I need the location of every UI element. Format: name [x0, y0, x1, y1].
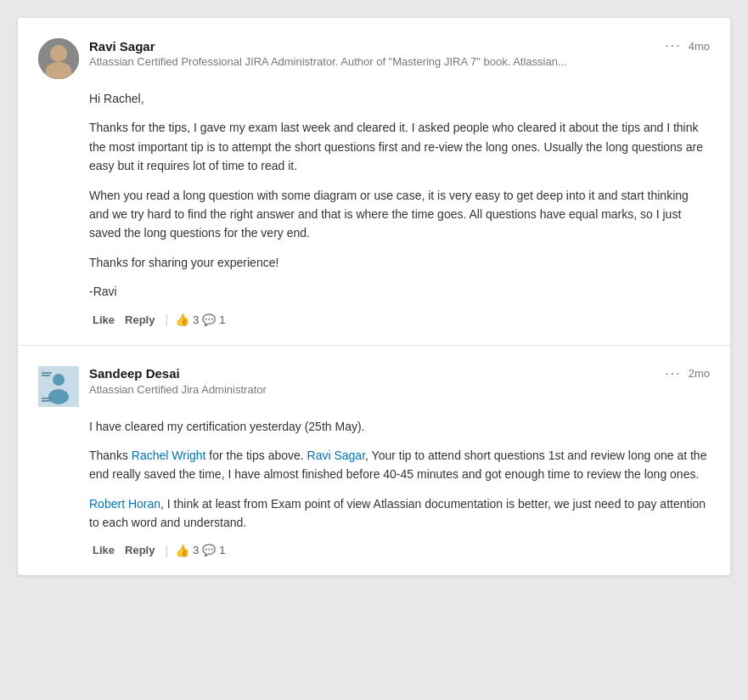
thumbs-group-ravi: 👍 3: [175, 313, 199, 326]
comment-header-sandeep: Sandeep Desai ··· 2mo Atlassian Certifie…: [38, 366, 710, 407]
more-options-ravi[interactable]: ···: [665, 38, 681, 54]
timestamp-ravi: 4mo: [689, 40, 710, 53]
link-rachel[interactable]: Rachel Wright: [132, 449, 206, 462]
comment-group-sandeep: 💬 1: [202, 544, 225, 556]
ravi-para-2: Thanks for the tips, I gave my exam last…: [89, 118, 710, 175]
comment-icon-sandeep: 💬: [202, 544, 216, 556]
avatar-sandeep: [38, 366, 79, 407]
name-row-ravi: Ravi Sagar ··· 4mo: [89, 38, 710, 54]
comment-sandeep: Sandeep Desai ··· 2mo Atlassian Certifie…: [18, 346, 730, 576]
header-info-ravi: Ravi Sagar ··· 4mo Atlassian Certified P…: [89, 38, 710, 68]
comment-text-sandeep: I have cleared my certification yesterda…: [89, 417, 710, 533]
comment-icon-ravi: 💬: [202, 313, 216, 326]
actions-row-sandeep: Like Reply | 👍 3 💬 1: [89, 542, 710, 558]
svg-point-1: [51, 46, 66, 61]
comment-body-sandeep: I have cleared my certification yesterda…: [89, 417, 710, 559]
sandeep-para-1: I have cleared my certification yesterda…: [89, 417, 710, 436]
svg-point-2: [45, 65, 72, 79]
thumbs-count-ravi: 3: [193, 313, 199, 326]
comment-text-ravi: Hi Rachel, Thanks for the tips, I gave m…: [89, 89, 710, 302]
svg-point-0: [38, 38, 79, 79]
reply-button-sandeep[interactable]: Reply: [121, 542, 158, 558]
more-options-sandeep[interactable]: ···: [665, 366, 681, 381]
reply-button-ravi[interactable]: Reply: [121, 312, 158, 328]
comment-ravi: Ravi Sagar ··· 4mo Atlassian Certified P…: [18, 18, 730, 346]
ravi-para-5: -Ravi: [89, 282, 710, 301]
comment-group-ravi: 💬 1: [202, 313, 225, 326]
svg-point-3: [51, 46, 66, 61]
header-info-sandeep: Sandeep Desai ··· 2mo Atlassian Certifie…: [89, 366, 710, 396]
comment-count-sandeep: 1: [219, 544, 225, 556]
name-row-sandeep: Sandeep Desai ··· 2mo: [89, 366, 710, 381]
sandeep-para-2: Thanks Rachel Wright for the tips above.…: [89, 446, 710, 484]
like-button-sandeep[interactable]: Like: [89, 542, 118, 558]
thumbs-up-icon-sandeep: 👍: [175, 544, 189, 557]
thumbs-count-sandeep: 3: [193, 544, 199, 556]
svg-point-4: [45, 69, 72, 79]
avatar-ravi: [38, 38, 79, 79]
author-name-ravi: Ravi Sagar: [89, 39, 155, 54]
separator-ravi: |: [165, 313, 168, 326]
subtitle-ravi: Atlassian Certified Professional JIRA Ad…: [89, 55, 710, 68]
like-button-ravi[interactable]: Like: [89, 312, 118, 328]
comment-count-ravi: 1: [219, 313, 225, 326]
timestamp-sandeep: 2mo: [689, 367, 710, 380]
thumbs-up-icon-ravi: 👍: [175, 313, 189, 326]
comment-header-ravi: Ravi Sagar ··· 4mo Atlassian Certified P…: [38, 38, 710, 79]
actions-row-ravi: Like Reply | 👍 3 💬 1: [89, 312, 710, 328]
comments-container: Ravi Sagar ··· 4mo Atlassian Certified P…: [17, 17, 731, 576]
ravi-para-4: Thanks for sharing your experience!: [89, 253, 710, 272]
author-name-sandeep: Sandeep Desai: [89, 366, 180, 381]
thumbs-group-sandeep: 👍 3: [175, 544, 199, 557]
meta-right-sandeep: ··· 2mo: [665, 366, 710, 381]
sandeep-para-3: Robert Horan, I think at least from Exam…: [89, 494, 710, 533]
svg-point-7: [48, 389, 69, 404]
separator-sandeep: |: [165, 544, 168, 557]
svg-point-6: [53, 374, 65, 386]
ravi-para-3: When you read a long question with some …: [89, 186, 710, 243]
meta-right-ravi: ··· 4mo: [665, 38, 710, 54]
subtitle-sandeep: Atlassian Certified Jira Administrator: [89, 383, 710, 396]
comment-body-ravi: Hi Rachel, Thanks for the tips, I gave m…: [89, 89, 710, 328]
link-ravi[interactable]: Ravi Sagar: [307, 449, 365, 462]
ravi-para-1: Hi Rachel,: [89, 89, 710, 108]
link-robert[interactable]: Robert Horan: [89, 497, 160, 511]
